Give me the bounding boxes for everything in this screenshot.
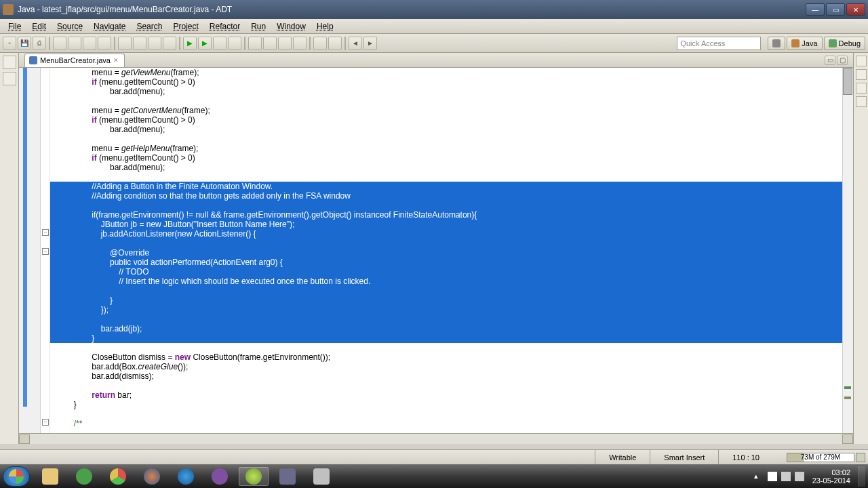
tray-chevron-icon[interactable]: ▴ [754, 472, 764, 481]
code-line[interactable] [50, 201, 842, 210]
maximize-button[interactable]: ▭ [826, 3, 845, 16]
overview-ruler[interactable] [842, 68, 853, 433]
code-line[interactable]: bar.add(menu); [50, 163, 842, 172]
code-line[interactable]: //Adding a Button in the Finite Automato… [50, 182, 842, 191]
code-line[interactable] [50, 381, 842, 390]
java-perspective-button[interactable]: Java [787, 37, 822, 50]
code-line[interactable]: bar.add(menu); [50, 125, 842, 134]
code-line[interactable] [50, 314, 842, 324]
menu-run[interactable]: Run [245, 20, 271, 33]
scroll-right-arrow[interactable] [842, 434, 853, 444]
tool-btn[interactable] [313, 37, 327, 50]
debug-button[interactable]: ▶ [183, 37, 197, 50]
code-line[interactable] [50, 96, 842, 106]
scroll-left-arrow[interactable] [19, 434, 30, 444]
run-button[interactable]: ▶ [198, 37, 212, 50]
code-line[interactable]: menu = getConvertMenu(frame); [50, 106, 842, 115]
horizontal-scrollbar[interactable] [19, 433, 853, 444]
explorer-taskbar-icon[interactable] [35, 467, 65, 486]
code-line[interactable]: menu = getHelpMenu(frame); [50, 144, 842, 153]
menu-refactor[interactable]: Refactor [204, 20, 245, 33]
code-line[interactable]: if (menu.getItemCount() > 0) [50, 77, 842, 87]
view-button[interactable] [3, 72, 16, 85]
code-text[interactable]: menu = getViewMenu(frame); if (menu.getI… [50, 68, 842, 433]
code-line[interactable]: return bar; [50, 390, 842, 400]
menu-edit[interactable]: Edit [26, 20, 52, 33]
code-line[interactable]: jb.addActionListener(new ActionListener(… [50, 229, 842, 239]
editor-viewport[interactable]: − − − menu = getViewMenu(frame); if (men… [19, 68, 853, 433]
forward-button[interactable]: ► [363, 37, 377, 50]
code-line[interactable]: @Override [50, 248, 842, 258]
view-button[interactable] [856, 83, 867, 94]
code-line[interactable]: bar.add(dismiss); [50, 371, 842, 381]
code-line[interactable] [50, 286, 842, 296]
code-line[interactable]: // Insert the logic which should be exec… [50, 277, 842, 286]
taskbar-clock[interactable]: 03:02 23-05-2014 [812, 468, 850, 485]
menu-navigate[interactable]: Navigate [88, 20, 131, 33]
eclipse-taskbar-icon[interactable] [239, 467, 269, 486]
menu-help[interactable]: Help [311, 20, 339, 33]
code-line[interactable]: JButton jb = new JButton("Insert Button … [50, 220, 842, 229]
code-line[interactable]: if (menu.getItemCount() > 0) [50, 115, 842, 125]
folding-column[interactable]: − − − [41, 68, 50, 433]
code-line[interactable]: //Adding condition so that the button ge… [50, 191, 842, 201]
utorrent-taskbar-icon[interactable] [69, 467, 99, 486]
tool-btn[interactable] [83, 37, 96, 50]
tool-btn[interactable] [213, 37, 226, 50]
code-line[interactable]: bar.add(menu); [50, 87, 842, 96]
code-line[interactable]: }); [50, 305, 842, 314]
tool-btn[interactable] [53, 37, 66, 50]
tool-btn[interactable] [163, 37, 176, 50]
perspective-switcher-button[interactable] [768, 37, 785, 50]
tool-btn[interactable] [228, 37, 241, 50]
tool-btn[interactable] [278, 37, 292, 50]
volume-icon[interactable] [795, 472, 804, 481]
show-desktop-button[interactable] [859, 466, 865, 487]
tool-btn[interactable] [148, 37, 161, 50]
chrome-taskbar-icon[interactable] [103, 467, 133, 486]
view-button[interactable] [856, 96, 867, 107]
new-button[interactable]: ▫ [3, 37, 16, 50]
tool-btn[interactable] [118, 37, 132, 50]
tool-btn[interactable] [248, 37, 262, 50]
menu-search[interactable]: Search [131, 20, 167, 33]
vertical-scrollbar-thumb[interactable] [843, 68, 852, 95]
menu-file[interactable]: File [3, 20, 26, 33]
tool-btn[interactable] [263, 37, 277, 50]
minimize-view-button[interactable]: ▭ [825, 56, 835, 65]
back-button[interactable]: ◄ [349, 37, 362, 50]
code-line[interactable]: bar.add(Box.createGlue()); [50, 362, 842, 371]
code-line[interactable] [50, 134, 842, 144]
tool-btn[interactable] [328, 37, 342, 50]
menu-project[interactable]: Project [167, 20, 203, 33]
code-line[interactable]: menu = getViewMenu(frame); [50, 68, 842, 77]
code-line[interactable]: if (menu.getItemCount() > 0) [50, 153, 842, 163]
save-button[interactable]: 💾 [18, 37, 31, 50]
code-line[interactable]: public void actionPerformed(ActionEvent … [50, 258, 842, 267]
debug-perspective-button[interactable]: Debug [824, 37, 865, 50]
code-line[interactable]: bar.add(jb); [50, 324, 842, 333]
save-all-button[interactable]: ⎙ [33, 37, 46, 50]
minimize-button[interactable]: — [806, 3, 825, 16]
action-center-icon[interactable] [768, 472, 777, 481]
close-button[interactable]: ✕ [846, 3, 865, 16]
gc-button[interactable] [856, 453, 865, 462]
wmp-taskbar-icon[interactable] [171, 467, 201, 486]
start-button[interactable] [3, 466, 30, 487]
network-icon[interactable] [781, 472, 791, 481]
fold-marker[interactable]: − [42, 229, 49, 236]
outline-button[interactable] [856, 56, 867, 66]
app-taskbar-icon[interactable] [307, 467, 336, 486]
fold-marker[interactable]: − [42, 248, 49, 255]
firefox-taskbar-icon[interactable] [137, 467, 167, 486]
menu-window[interactable]: Window [271, 20, 311, 33]
code-line[interactable]: // TODO [50, 267, 842, 277]
code-line[interactable]: } [50, 400, 842, 409]
maximize-view-button[interactable]: ▢ [837, 56, 848, 65]
app-taskbar-icon[interactable] [273, 467, 302, 486]
tool-btn[interactable] [293, 37, 307, 50]
tool-btn[interactable] [68, 37, 81, 50]
app-taskbar-icon[interactable] [205, 467, 235, 486]
package-explorer-button[interactable] [3, 56, 16, 69]
code-line[interactable] [50, 409, 842, 419]
